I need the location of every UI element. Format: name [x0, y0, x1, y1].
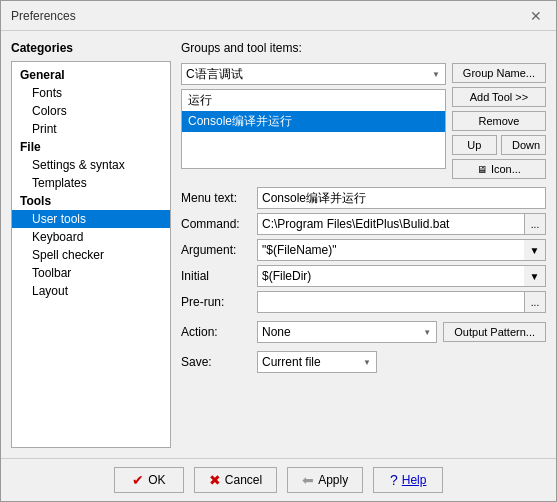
up-button[interactable]: Up: [452, 135, 497, 155]
sidebar-item-tools[interactable]: Tools: [12, 192, 170, 210]
argument-input[interactable]: [257, 239, 524, 261]
command-browse-button[interactable]: ...: [524, 213, 546, 235]
cancel-icon: ✖: [209, 472, 221, 488]
sidebar-item-colors[interactable]: Colors: [12, 102, 170, 120]
sidebar-item-print[interactable]: Print: [12, 120, 170, 138]
apply-label: Apply: [318, 473, 348, 487]
initial-wrapper: ▼: [257, 265, 546, 287]
list-item-run[interactable]: 运行: [182, 90, 445, 111]
save-dropdown[interactable]: Current file All files None: [257, 351, 377, 373]
form-section: Menu text: Command: ... Argument:: [181, 187, 546, 313]
sidebar-item-user-tools[interactable]: User tools: [12, 210, 170, 228]
action-dropdown[interactable]: None: [257, 321, 437, 343]
sidebar-item-layout[interactable]: Layout: [12, 282, 170, 300]
icon-button[interactable]: 🖥 Icon...: [452, 159, 546, 179]
up-down-row: Up Down: [452, 135, 546, 155]
menu-text-input[interactable]: [257, 187, 546, 209]
groups-label: Groups and tool items:: [181, 41, 546, 55]
group-name-button[interactable]: Group Name...: [452, 63, 546, 83]
right-panel: Groups and tool items: C语言调试 运行 Console编…: [181, 41, 546, 448]
ok-label: OK: [148, 473, 165, 487]
initial-input[interactable]: [257, 265, 524, 287]
main-content: Categories General Fonts Colors Print Fi…: [1, 31, 556, 458]
preferences-window: Preferences ✕ Categories General Fonts C…: [0, 0, 557, 502]
categories-panel: Categories General Fonts Colors Print Fi…: [11, 41, 171, 448]
sidebar-item-keyboard[interactable]: Keyboard: [12, 228, 170, 246]
ok-icon: ✔: [132, 472, 144, 488]
groups-left: C语言调试 运行 Console编译并运行: [181, 63, 446, 169]
sidebar-item-templates[interactable]: Templates: [12, 174, 170, 192]
bottom-bar: ✔ OK ✖ Cancel ⬅ Apply ? Help: [1, 458, 556, 501]
window-title: Preferences: [11, 9, 76, 23]
pre-run-browse-button[interactable]: ...: [524, 291, 546, 313]
argument-dropdown-button[interactable]: ▼: [524, 239, 546, 261]
initial-label: Initial: [181, 269, 251, 283]
sidebar-item-spell-checker[interactable]: Spell checker: [12, 246, 170, 264]
menu-text-row: Menu text:: [181, 187, 546, 209]
help-label: Help: [402, 473, 427, 487]
remove-button[interactable]: Remove: [452, 111, 546, 131]
add-tool-button[interactable]: Add Tool >>: [452, 87, 546, 107]
apply-button[interactable]: ⬅ Apply: [287, 467, 363, 493]
groups-row: C语言调试 运行 Console编译并运行 Group Name... Add …: [181, 63, 546, 179]
sidebar-item-toolbar[interactable]: Toolbar: [12, 264, 170, 282]
down-button[interactable]: Down: [501, 135, 546, 155]
sidebar-item-file[interactable]: File: [12, 138, 170, 156]
action-row: Action: None Output Pattern...: [181, 321, 546, 343]
initial-dropdown-button[interactable]: ▼: [524, 265, 546, 287]
cancel-label: Cancel: [225, 473, 262, 487]
close-button[interactable]: ✕: [526, 8, 546, 24]
help-button[interactable]: ? Help: [373, 467, 443, 493]
groups-dropdown-wrapper: C语言调试: [181, 63, 446, 85]
title-bar: Preferences ✕: [1, 1, 556, 31]
groups-dropdown[interactable]: C语言调试: [181, 63, 446, 85]
save-row: Save: Current file All files None: [181, 351, 546, 373]
ok-button[interactable]: ✔ OK: [114, 467, 184, 493]
initial-row: Initial ▼: [181, 265, 546, 287]
argument-row: Argument: ▼: [181, 239, 546, 261]
pre-run-input[interactable]: [257, 291, 524, 313]
pre-run-row: Pre-run: ...: [181, 291, 546, 313]
help-icon: ?: [390, 472, 398, 488]
save-dropdown-wrapper: Current file All files None: [257, 351, 377, 373]
categories-tree: General Fonts Colors Print File Settings…: [11, 61, 171, 448]
action-dropdown-wrapper: None: [257, 321, 437, 343]
save-label: Save:: [181, 355, 251, 369]
action-label: Action:: [181, 325, 251, 339]
cancel-button[interactable]: ✖ Cancel: [194, 467, 277, 493]
menu-text-label: Menu text:: [181, 191, 251, 205]
apply-icon: ⬅: [302, 472, 314, 488]
sidebar-item-general[interactable]: General: [12, 66, 170, 84]
sidebar-item-fonts[interactable]: Fonts: [12, 84, 170, 102]
monitor-icon: 🖥: [477, 164, 487, 175]
pre-run-label: Pre-run:: [181, 295, 251, 309]
tool-items-list[interactable]: 运行 Console编译并运行: [181, 89, 446, 169]
argument-label: Argument:: [181, 243, 251, 257]
categories-title: Categories: [11, 41, 171, 55]
list-item-console-run[interactable]: Console编译并运行: [182, 111, 445, 132]
sidebar-item-settings-syntax[interactable]: Settings & syntax: [12, 156, 170, 174]
command-row: Command: ...: [181, 213, 546, 235]
output-pattern-button[interactable]: Output Pattern...: [443, 322, 546, 342]
pre-run-wrapper: ...: [257, 291, 546, 313]
groups-buttons: Group Name... Add Tool >> Remove Up Down…: [452, 63, 546, 179]
command-label: Command:: [181, 217, 251, 231]
argument-wrapper: ▼: [257, 239, 546, 261]
command-input-wrapper: ...: [257, 213, 546, 235]
command-input[interactable]: [257, 213, 524, 235]
